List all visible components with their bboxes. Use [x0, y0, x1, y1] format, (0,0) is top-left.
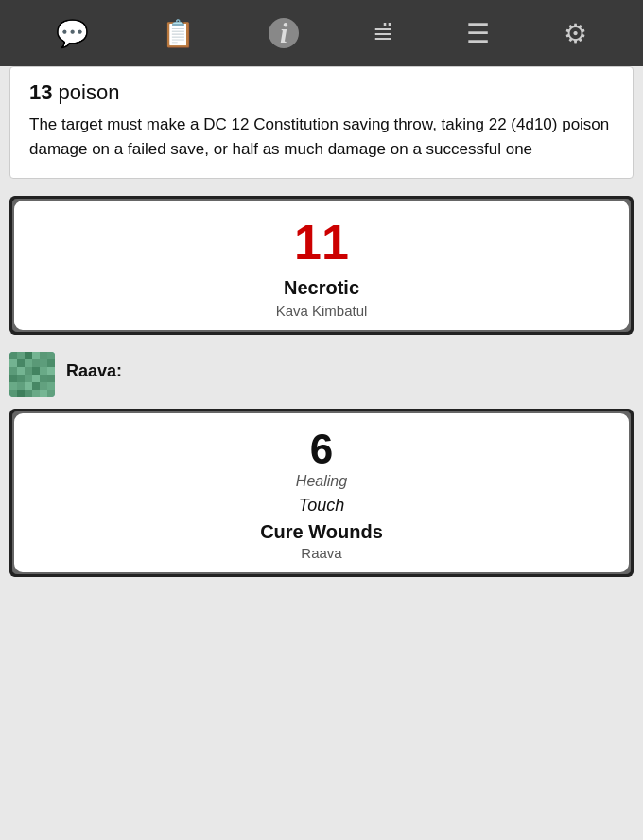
- svg-rect-7: [9, 359, 17, 367]
- svg-rect-36: [47, 390, 55, 397]
- svg-rect-4: [32, 352, 40, 359]
- necrotic-label: Necrotic: [31, 277, 612, 299]
- svg-rect-8: [17, 359, 25, 367]
- heal-inner: 6 Healing Touch Cure Wounds Raava: [31, 427, 612, 560]
- svg-rect-10: [32, 359, 40, 367]
- svg-rect-18: [47, 367, 55, 375]
- heal-type: Healing: [31, 473, 612, 490]
- necrotic-card: 11 Necrotic Kava Kimbatul: [9, 196, 634, 335]
- svg-rect-35: [40, 390, 47, 397]
- necrotic-caster: Kava Kimbatul: [31, 303, 612, 319]
- poison-damage-type: poison: [59, 80, 120, 104]
- svg-rect-27: [25, 382, 32, 390]
- svg-rect-3: [25, 352, 32, 359]
- info-icon[interactable]: i: [269, 18, 299, 48]
- journal-icon[interactable]: 📋: [162, 18, 195, 49]
- avatar: [9, 352, 55, 397]
- svg-rect-19: [9, 375, 17, 382]
- svg-rect-15: [25, 367, 32, 375]
- heal-caster: Raava: [31, 545, 612, 561]
- heal-spell: Cure Wounds: [31, 521, 612, 543]
- svg-rect-33: [25, 390, 32, 397]
- heal-method: Touch: [31, 496, 612, 516]
- svg-rect-16: [32, 367, 40, 375]
- svg-rect-28: [32, 382, 40, 390]
- svg-rect-30: [47, 382, 55, 390]
- heal-card: 6 Healing Touch Cure Wounds Raava: [9, 409, 634, 576]
- svg-rect-26: [17, 382, 25, 390]
- necrotic-inner: 11 Necrotic Kava Kimbatul: [31, 216, 612, 319]
- poison-header: 13 poison: [29, 80, 614, 105]
- toolbar: 💬 📋 i ≡̈ ☰ ⚙: [0, 0, 643, 66]
- svg-rect-13: [9, 367, 17, 375]
- raava-row: Raava:: [9, 352, 634, 397]
- settings-icon[interactable]: ⚙: [564, 18, 587, 49]
- svg-rect-2: [17, 352, 25, 359]
- svg-rect-24: [47, 375, 55, 382]
- raava-name: Raava:: [66, 352, 122, 381]
- heal-roll: 6: [31, 427, 612, 472]
- content-area: 13 poison The target must make a DC 12 C…: [0, 66, 643, 596]
- svg-rect-17: [40, 367, 47, 375]
- svg-rect-31: [9, 390, 17, 397]
- svg-rect-21: [25, 375, 32, 382]
- svg-rect-6: [47, 352, 55, 359]
- svg-rect-34: [32, 390, 40, 397]
- necrotic-roll: 11: [31, 216, 612, 270]
- avatar-pattern: [9, 352, 55, 397]
- poison-description: The target must make a DC 12 Constitutio…: [29, 113, 614, 161]
- svg-rect-1: [9, 352, 17, 359]
- svg-rect-32: [17, 390, 25, 397]
- svg-rect-9: [25, 359, 32, 367]
- svg-rect-5: [40, 352, 47, 359]
- poison-card: 13 poison The target must make a DC 12 C…: [9, 66, 634, 179]
- svg-rect-29: [40, 382, 47, 390]
- svg-rect-25: [9, 382, 17, 390]
- notes-icon[interactable]: ≡̈: [373, 19, 393, 48]
- list-icon[interactable]: ☰: [466, 18, 490, 49]
- chat-icon[interactable]: 💬: [56, 18, 89, 49]
- svg-rect-12: [47, 359, 55, 367]
- svg-rect-11: [40, 359, 47, 367]
- poison-damage-number: 13: [29, 80, 52, 104]
- svg-rect-22: [32, 375, 40, 382]
- svg-rect-23: [40, 375, 47, 382]
- svg-rect-20: [17, 375, 25, 382]
- svg-rect-14: [17, 367, 25, 375]
